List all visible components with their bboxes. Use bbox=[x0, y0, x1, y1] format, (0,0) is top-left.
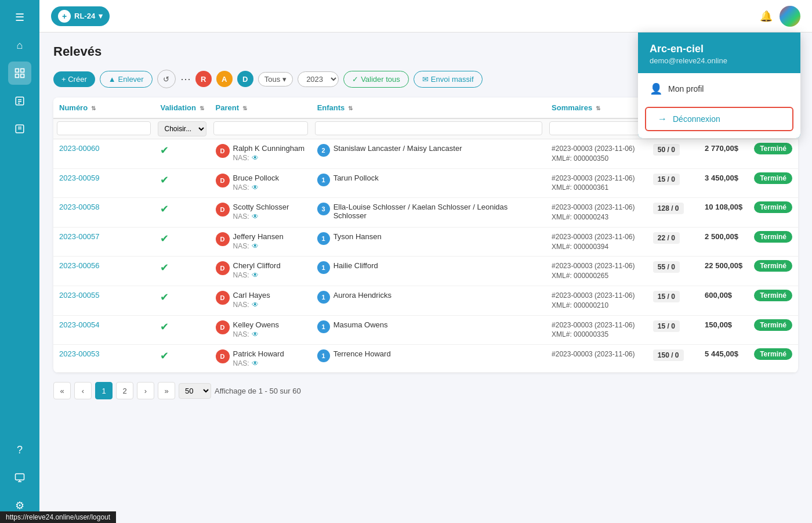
numero-link[interactable]: 2023-00053 bbox=[59, 349, 99, 358]
send-bulk-button[interactable]: ✉ Envoi massif bbox=[414, 71, 483, 88]
filter-badge-d[interactable]: D bbox=[237, 71, 253, 87]
nas-label: NAS: bbox=[233, 301, 249, 309]
year-select[interactable]: 2023 2022 2024 bbox=[298, 71, 339, 87]
status-badge: Terminé bbox=[754, 143, 792, 154]
pagination-prev[interactable]: ‹ bbox=[74, 382, 92, 399]
numero-link[interactable]: 2023-00055 bbox=[59, 291, 99, 300]
children-names: Masuma Owens bbox=[334, 320, 388, 329]
chevron-down-icon: ▾ bbox=[282, 75, 287, 84]
nas-eye-icon[interactable]: 👁 bbox=[252, 154, 259, 162]
numero-link[interactable]: 2023-00060 bbox=[59, 144, 99, 153]
status-badge: Terminé bbox=[754, 260, 792, 272]
nas-label: NAS: bbox=[233, 183, 249, 192]
parent-badge: D bbox=[216, 232, 230, 246]
child-count-badge: 1 bbox=[317, 232, 330, 245]
col-sommaires[interactable]: Sommaires ⇅ bbox=[546, 98, 647, 118]
nas-eye-icon[interactable]: 👁 bbox=[252, 242, 259, 250]
children-names: Terrence Howard bbox=[334, 349, 391, 358]
filter-parent-input[interactable] bbox=[213, 121, 308, 135]
nas-eye-icon[interactable]: 👁 bbox=[252, 183, 259, 192]
per-page-select[interactable]: 50 25 100 bbox=[179, 383, 211, 399]
children-cell: 2 Stanislaw Lancaster / Maisy Lancaster bbox=[317, 144, 540, 157]
validation-check-icon: ✔ bbox=[160, 350, 169, 362]
email-icon: ✉ bbox=[422, 75, 429, 84]
sidebar-list[interactable] bbox=[8, 62, 31, 85]
validation-check-icon: ✔ bbox=[160, 321, 169, 333]
sidebar-home[interactable]: ⌂ bbox=[8, 34, 31, 57]
status-badge: Terminé bbox=[754, 231, 792, 243]
pagination-last[interactable]: » bbox=[158, 382, 175, 399]
filter-validation-select[interactable]: Choisir... bbox=[158, 121, 206, 136]
topbar: + RL-24 ▾ 🔔 bbox=[39, 0, 812, 33]
amount: 22 500,00$ bbox=[705, 261, 742, 270]
sidebar-menu-toggle[interactable]: ☰ bbox=[8, 6, 31, 29]
logout-button[interactable]: → Déconnexion bbox=[645, 107, 793, 131]
amount: 600,00$ bbox=[705, 291, 732, 300]
filter-tous-dropdown[interactable]: Tous ▾ bbox=[258, 72, 293, 86]
nas-eye-icon[interactable]: 👁 bbox=[252, 271, 259, 279]
table-row: 2023-00059 ✔ D Bruce Pollock NAS: 👁 bbox=[53, 168, 798, 198]
refresh-button[interactable]: ↺ bbox=[157, 70, 176, 88]
sommaire-ref: #2023-00003 (2023-11-06) bbox=[552, 261, 641, 271]
nas-eye-icon[interactable]: 👁 bbox=[252, 301, 259, 309]
numero-link[interactable]: 2023-00059 bbox=[59, 174, 99, 182]
status-url: https://releve24.online/user/logout bbox=[6, 513, 110, 521]
upload-button[interactable]: ▲ Enlever bbox=[100, 71, 153, 88]
logo-icon: + bbox=[58, 10, 71, 23]
bell-icon[interactable]: 🔔 bbox=[760, 10, 773, 23]
pagination-page-1[interactable]: 1 bbox=[95, 382, 113, 399]
numero-link[interactable]: 2023-00058 bbox=[59, 203, 99, 211]
amount: 3 450,00$ bbox=[705, 174, 738, 182]
table-row: 2023-00055 ✔ D Carl Hayes NAS: 👁 bbox=[53, 286, 798, 315]
sidebar-documents[interactable] bbox=[8, 89, 31, 113]
parent-cell: D Carl Hayes NAS: 👁 bbox=[216, 291, 306, 309]
nas-row: NAS: 👁 bbox=[233, 271, 281, 279]
sidebar-help[interactable]: ? bbox=[8, 438, 31, 461]
avatar[interactable] bbox=[780, 6, 800, 27]
sidebar-reports[interactable] bbox=[8, 117, 31, 140]
filter-tous-label: Tous bbox=[264, 75, 280, 84]
child-count-badge: 1 bbox=[317, 320, 330, 333]
numero-link[interactable]: 2023-00056 bbox=[59, 261, 99, 270]
filter-badge-a[interactable]: A bbox=[216, 71, 233, 87]
days-badge: 22 / 0 bbox=[653, 232, 680, 244]
create-button[interactable]: + Créer bbox=[53, 71, 95, 87]
days-badge: 15 / 0 bbox=[653, 174, 680, 185]
nas-eye-icon[interactable]: 👁 bbox=[252, 330, 259, 338]
sommaire-xml: XML#: 000000210 bbox=[552, 301, 641, 311]
numero-link[interactable]: 2023-00054 bbox=[59, 320, 99, 329]
validate-all-button[interactable]: ✓ Valider tous bbox=[343, 71, 409, 88]
col-parent[interactable]: Parent ⇅ bbox=[210, 98, 311, 118]
pagination: « ‹ 1 2 › » 50 25 100 Affichage de 1 - 5… bbox=[53, 382, 798, 399]
col-enfants[interactable]: Enfants ⇅ bbox=[311, 98, 546, 118]
table-row: 2023-00053 ✔ D Patrick Howard NAS: 👁 bbox=[53, 345, 798, 373]
more-options-button[interactable]: ⋯ bbox=[180, 73, 191, 85]
pagination-next[interactable]: › bbox=[137, 382, 154, 399]
nas-eye-icon[interactable]: 👁 bbox=[252, 359, 259, 367]
pagination-page-2[interactable]: 2 bbox=[116, 382, 133, 399]
numero-link[interactable]: 2023-00057 bbox=[59, 232, 99, 241]
profile-menu-item[interactable]: 👤 Mon profil bbox=[638, 75, 800, 102]
parent-badge: D bbox=[216, 320, 230, 334]
table-row: 2023-00057 ✔ D Jeffery Hansen NAS: 👁 bbox=[53, 227, 798, 257]
logout-arrow-icon: → bbox=[658, 114, 667, 124]
children-names: Ella-Louise Schlosser / Kaelan Schlosser… bbox=[334, 203, 540, 220]
nas-eye-icon[interactable]: 👁 bbox=[252, 212, 259, 221]
filter-sommaires-input[interactable] bbox=[549, 121, 644, 135]
parent-name: Bruce Pollock bbox=[233, 174, 279, 182]
amount: 2 500,00$ bbox=[705, 232, 738, 241]
nas-row: NAS: 👁 bbox=[233, 242, 284, 250]
filter-numero-input[interactable] bbox=[57, 121, 151, 135]
col-numero[interactable]: Numéro ⇅ bbox=[53, 98, 154, 118]
sidebar-monitor[interactable] bbox=[8, 466, 31, 489]
sommaire-xml: XML#: 000000335 bbox=[552, 330, 641, 340]
parent-cell: D Cheryl Clifford NAS: 👁 bbox=[216, 261, 306, 279]
parent-badge: D bbox=[216, 144, 230, 158]
filter-badge-r[interactable]: R bbox=[195, 71, 212, 87]
amount: 10 108,00$ bbox=[705, 203, 742, 211]
status-bar: https://releve24.online/user/logout bbox=[0, 511, 116, 523]
col-validation[interactable]: Validation ⇅ bbox=[154, 98, 209, 118]
filter-enfants-input[interactable] bbox=[315, 121, 542, 135]
app-logo-button[interactable]: + RL-24 ▾ bbox=[51, 6, 110, 26]
pagination-first[interactable]: « bbox=[53, 382, 71, 399]
